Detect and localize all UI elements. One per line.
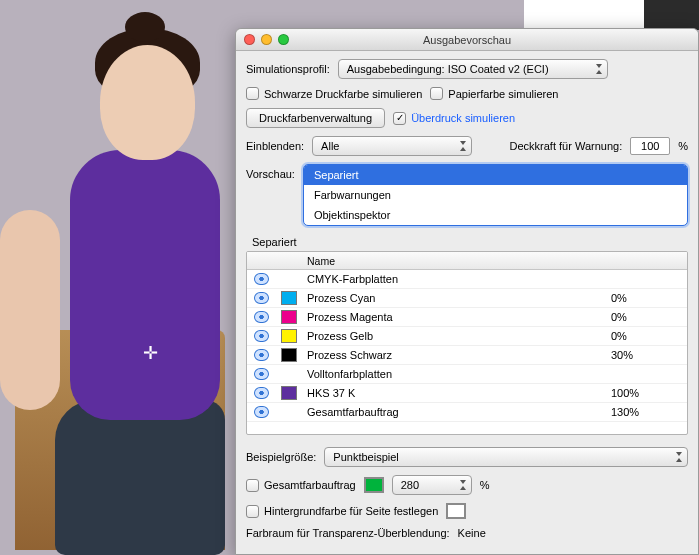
checkbox-icon (393, 112, 406, 125)
sample-size-popup[interactable]: Punktbeispiel (324, 447, 688, 467)
total-area-coverage-checkbox[interactable]: Gesamtfarbauftrag (246, 479, 356, 492)
ink-name: Prozess Gelb (303, 330, 607, 342)
simulate-paper-checkbox[interactable]: Papierfarbe simulieren (430, 87, 558, 100)
total-area-coverage-label: Gesamtfarbauftrag (264, 479, 356, 491)
preview-listbox[interactable]: SepariertFarbwarnungenObjektinspektor (303, 164, 688, 226)
ink-name: Prozess Magenta (303, 311, 607, 323)
tac-value-popup[interactable]: 280 (392, 475, 472, 495)
simprofile-value: Ausgabebedingung: ISO Coated v2 (ECI) (347, 63, 549, 75)
visibility-eye-icon[interactable] (254, 349, 269, 361)
col-header-name: Name (303, 255, 607, 267)
visibility-eye-icon[interactable] (254, 406, 269, 418)
ink-name: HKS 37 K (303, 387, 607, 399)
preview-label: Vorschau: (246, 164, 295, 180)
ink-swatch-icon (281, 386, 297, 400)
separation-row[interactable]: Prozess Schwarz30% (247, 346, 687, 365)
simulate-black-ink-checkbox[interactable]: Schwarze Druckfarbe simulieren (246, 87, 422, 100)
visibility-eye-icon[interactable] (254, 368, 269, 380)
checkbox-icon (246, 479, 259, 492)
show-value: Alle (321, 140, 339, 152)
simulate-black-ink-label: Schwarze Druckfarbe simulieren (264, 88, 422, 100)
preview-option[interactable]: Farbwarnungen (304, 185, 687, 205)
page-bg-label: Hintergrundfarbe für Seite festlegen (264, 505, 438, 517)
visibility-eye-icon[interactable] (254, 387, 269, 399)
simprofile-label: Simulationsprofil: (246, 63, 330, 75)
tac-value: 280 (401, 479, 419, 491)
simprofile-popup[interactable]: Ausgabebedingung: ISO Coated v2 (ECI) (338, 59, 608, 79)
ink-name: Prozess Schwarz (303, 349, 607, 361)
output-preview-dialog: Ausgabevorschau Simulationsprofil: Ausga… (235, 28, 699, 555)
tac-unit: % (480, 479, 490, 491)
visibility-eye-icon[interactable] (254, 330, 269, 342)
ink-name: Gesamtfarbauftrag (303, 406, 607, 418)
ink-coverage: 30% (607, 349, 687, 361)
visibility-eye-icon[interactable] (254, 292, 269, 304)
ink-manager-button[interactable]: Druckfarbenverwaltung (246, 108, 385, 128)
titlebar: Ausgabevorschau (236, 29, 698, 51)
ink-coverage: 0% (607, 311, 687, 323)
ink-swatch-icon (281, 348, 297, 362)
ink-coverage: 100% (607, 387, 687, 399)
checkbox-icon (246, 505, 259, 518)
transparency-blend-label: Farbraum für Transparenz-Überblendung: (246, 527, 450, 539)
separation-row[interactable]: CMYK-Farbplatten (247, 270, 687, 289)
bg-swatch-dark (644, 0, 699, 30)
checkbox-icon (430, 87, 443, 100)
bg-swatch-white (524, 0, 644, 30)
preview-option[interactable]: Objektinspektor (304, 205, 687, 225)
separation-row[interactable]: Prozess Gelb0% (247, 327, 687, 346)
visibility-eye-icon[interactable] (254, 273, 269, 285)
separations-title: Separiert (252, 236, 688, 248)
simulate-paper-label: Papierfarbe simulieren (448, 88, 558, 100)
ink-name: CMYK-Farbplatten (303, 273, 607, 285)
sample-size-label: Beispielgröße: (246, 451, 316, 463)
window-title: Ausgabevorschau (236, 34, 698, 46)
ink-name: Prozess Cyan (303, 292, 607, 304)
document-photo (0, 0, 250, 555)
page-bg-checkbox[interactable]: Hintergrundfarbe für Seite festlegen (246, 505, 438, 518)
preview-option[interactable]: Separiert (304, 165, 687, 185)
separation-row[interactable]: Gesamtfarbauftrag130% (247, 403, 687, 422)
tac-color-well[interactable] (364, 477, 384, 493)
transparency-blend-value: Keine (458, 527, 486, 539)
separation-row[interactable]: Prozess Cyan0% (247, 289, 687, 308)
warn-opacity-unit: % (678, 140, 688, 152)
separations-table: Name CMYK-FarbplattenProzess Cyan0%Proze… (246, 251, 688, 435)
ink-name: Volltonfarbplatten (303, 368, 607, 380)
checkbox-icon (246, 87, 259, 100)
ink-swatch-icon (281, 310, 297, 324)
ink-coverage: 0% (607, 330, 687, 342)
warn-opacity-field[interactable]: 100 (630, 137, 670, 155)
show-label: Einblenden: (246, 140, 304, 152)
simulate-overprint-checkbox[interactable]: Überdruck simulieren (393, 112, 515, 125)
show-popup[interactable]: Alle (312, 136, 472, 156)
separation-row[interactable]: Prozess Magenta0% (247, 308, 687, 327)
simulate-overprint-label: Überdruck simulieren (411, 112, 515, 124)
warn-opacity-label: Deckkraft für Warnung: (510, 140, 623, 152)
page-bg-color-well[interactable] (446, 503, 466, 519)
ink-coverage: 0% (607, 292, 687, 304)
separation-row[interactable]: HKS 37 K100% (247, 384, 687, 403)
sample-size-value: Punktbeispiel (333, 451, 398, 463)
visibility-eye-icon[interactable] (254, 311, 269, 323)
separation-row[interactable]: Volltonfarbplatten (247, 365, 687, 384)
ink-swatch-icon (281, 329, 297, 343)
ink-swatch-icon (281, 291, 297, 305)
ink-coverage: 130% (607, 406, 687, 418)
